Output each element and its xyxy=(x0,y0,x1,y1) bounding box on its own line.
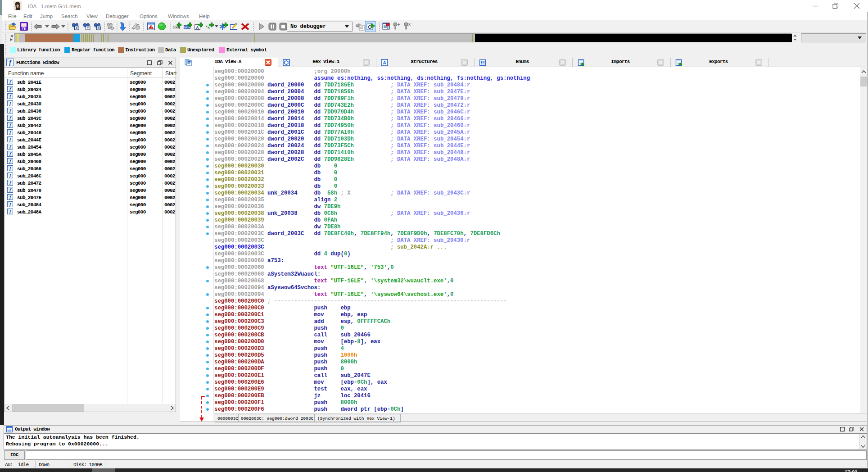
svg-text:T: T xyxy=(87,26,89,30)
svg-text:+: + xyxy=(398,22,400,27)
svg-text:101: 101 xyxy=(96,26,101,30)
svg-text:×: × xyxy=(408,22,411,27)
svg-text:C: C xyxy=(360,26,363,30)
svg-text:A: A xyxy=(383,60,386,65)
svg-text:C: C xyxy=(368,25,371,30)
